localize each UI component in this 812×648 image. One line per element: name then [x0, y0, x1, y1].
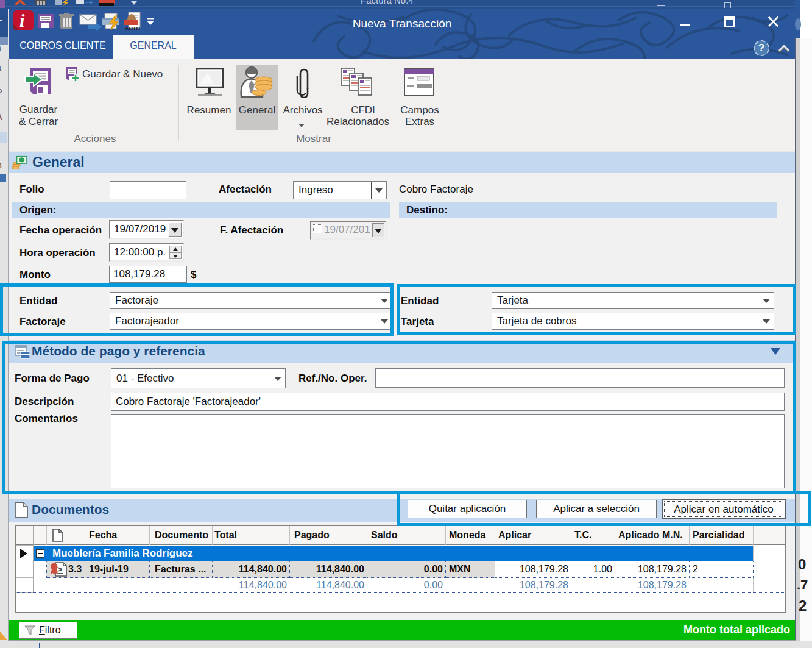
svg-text:AUTO: AUTO: [125, 26, 140, 32]
svg-text:i: i: [19, 10, 25, 30]
svg-text:>: >: [57, 564, 62, 574]
